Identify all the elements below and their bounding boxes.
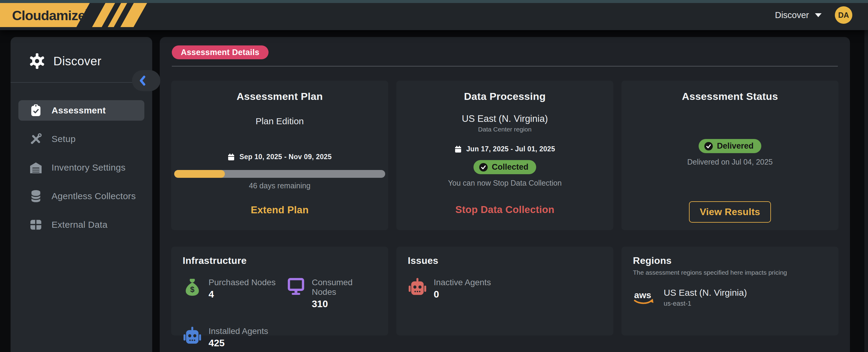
plan-date-range-text: Sep 10, 2025 - Nov 09, 2025 — [239, 153, 332, 161]
infrastructure-card: Infrastructure $ Purchased Nodes — [171, 247, 388, 336]
view-results-button[interactable]: View Results — [689, 201, 771, 223]
sidebar-item-agentless-collectors[interactable]: Agentless Collectors — [19, 186, 144, 206]
check-circle-icon — [704, 142, 713, 151]
processing-hint: You can now Stop Data Collection — [448, 179, 561, 187]
svg-text:$: $ — [190, 285, 194, 294]
metric-text: Installed Agents 425 — [209, 326, 268, 349]
sidebar-item-setup[interactable]: Setup — [19, 129, 144, 149]
stop-data-collection-button[interactable]: Stop Data Collection — [456, 204, 555, 215]
card-title: Assessment Status — [682, 91, 778, 102]
metric-value: 425 — [209, 338, 268, 349]
processing-date-range: Jun 17, 2025 - Jul 01, 2025 — [455, 145, 555, 153]
discover-dashboard: Cloudamize™ Discover DA — [0, 0, 868, 352]
delivered-on-text: Delivered on Jul 04, 2025 — [687, 157, 773, 166]
issues-metrics: Inactive Agents 0 — [408, 278, 602, 300]
collected-status-badge: Collected — [473, 160, 536, 174]
processing-date-range-text: Jun 17, 2025 - Jul 01, 2025 — [466, 145, 555, 153]
cloudamize-logo[interactable]: Cloudamize™ — [0, 3, 147, 27]
metric-purchased-nodes: $ Purchased Nodes 4 — [183, 278, 287, 310]
sidebar-item-inventory-settings[interactable]: Inventory Settings — [19, 157, 144, 178]
calendar-icon — [227, 153, 235, 161]
monitor-icon — [287, 278, 305, 295]
metric-value: 310 — [312, 298, 377, 310]
robot-icon — [408, 278, 427, 296]
metric-text: Purchased Nodes 4 — [209, 278, 276, 300]
assessment-details-badge[interactable]: Assessment Details — [172, 45, 269, 59]
metric-consumed-nodes: Consumed Nodes 310 — [287, 278, 377, 310]
assessment-status-card: Assessment Status Delivered Delivered on… — [621, 81, 838, 230]
sidebar-divider — [10, 82, 152, 83]
metric-value: 4 — [209, 289, 276, 300]
delivered-status-badge: Delivered — [699, 139, 762, 153]
tools-icon — [29, 133, 42, 145]
collected-status-label: Collected — [492, 163, 529, 172]
sidebar-menu: Assessment Setup — [10, 100, 152, 235]
issues-card: Issues — [396, 247, 613, 336]
sidebar-item-external-data[interactable]: External Data — [19, 214, 144, 235]
infrastructure-metrics: $ Purchased Nodes 4 — [183, 278, 377, 349]
chevron-left-icon — [138, 75, 147, 86]
check-circle-icon — [479, 163, 488, 172]
plan-date-range: Sep 10, 2025 - Nov 09, 2025 — [227, 153, 332, 161]
main-panel: Assessment Details Assessment Plan Plan … — [160, 37, 850, 352]
sidebar: Discover Assessment — [10, 37, 152, 352]
sidebar-item-label: Inventory Settings — [52, 163, 126, 173]
card-title: Infrastructure — [183, 255, 377, 266]
metric-inactive-agents: Inactive Agents 0 — [408, 278, 512, 300]
metric-label: Inactive Agents — [434, 278, 491, 287]
processing-region-sub: Data Center region — [478, 126, 531, 133]
regions-card: Regions The assessment regions specified… — [621, 247, 838, 336]
gear-icon — [29, 53, 45, 69]
sidebar-item-assessment[interactable]: Assessment — [19, 100, 144, 121]
warehouse-icon — [29, 162, 42, 173]
sidebar-collapse-button[interactable] — [132, 70, 160, 91]
card-title: Issues — [408, 255, 602, 266]
delivered-status-label: Delivered — [717, 141, 754, 151]
user-avatar[interactable]: DA — [835, 6, 852, 24]
chevron-down-icon — [815, 13, 822, 17]
card-title: Data Processing — [464, 91, 546, 102]
scrollbar-track[interactable] — [864, 30, 868, 352]
sidebar-item-label: External Data — [52, 220, 107, 230]
top-navigation-bar: Cloudamize™ Discover DA — [0, 0, 868, 30]
metric-label: Purchased Nodes — [209, 278, 276, 287]
detail-cards-row: Infrastructure $ Purchased Nodes — [171, 247, 838, 336]
sidebar-item-label: Agentless Collectors — [52, 191, 135, 201]
sidebar-item-label: Setup — [52, 134, 76, 144]
extend-plan-button[interactable]: Extend Plan — [251, 204, 309, 216]
section-divider — [172, 66, 838, 67]
card-title: Regions — [633, 255, 827, 266]
database-icon — [29, 190, 42, 203]
region-code: us-east-1 — [664, 300, 747, 308]
brand-wordmark: Cloudamize™ — [12, 8, 90, 24]
metric-installed-agents: Installed Agents 425 — [183, 326, 287, 349]
discover-dropdown[interactable]: Discover — [775, 10, 822, 20]
sidebar-item-label: Assessment — [52, 105, 106, 115]
topbar-right-group: Discover DA — [775, 3, 852, 27]
trademark-symbol: ™ — [85, 8, 90, 13]
top-accent-strip — [0, 0, 868, 3]
metric-label: Consumed Nodes — [312, 278, 377, 297]
processing-region: US East (N. Virginia) — [462, 113, 548, 124]
region-item-text: US East (N. Virginia) us-east-1 — [664, 288, 747, 308]
regions-subtitle: The assessment regions specified here im… — [633, 269, 827, 276]
plan-edition-label: Plan Edition — [255, 116, 304, 126]
metric-label: Installed Agents — [209, 326, 268, 336]
calendar-icon — [455, 146, 462, 153]
region-name: US East (N. Virginia) — [664, 288, 747, 298]
region-list-item: aws US East (N. Virginia) us-east-1 — [633, 288, 827, 308]
robot-icon — [183, 326, 202, 345]
sidebar-title: Discover — [53, 55, 101, 68]
plan-progress-bar — [174, 170, 385, 178]
plan-progress-fill — [174, 170, 225, 178]
assessment-plan-card: Assessment Plan Plan Edition Sep 10, 202… — [171, 81, 388, 230]
svg-text:aws: aws — [634, 290, 651, 300]
data-processing-card: Data Processing US East (N. Virginia) Da… — [396, 81, 613, 230]
money-bag-icon: $ — [183, 278, 202, 296]
sidebar-header: Discover — [10, 37, 152, 69]
metric-text: Consumed Nodes 310 — [312, 278, 377, 310]
summary-cards-row: Assessment Plan Plan Edition Sep 10, 202… — [171, 81, 838, 230]
table-icon — [29, 219, 42, 230]
clipboard-check-icon — [29, 104, 42, 117]
card-title: Assessment Plan — [237, 91, 323, 102]
